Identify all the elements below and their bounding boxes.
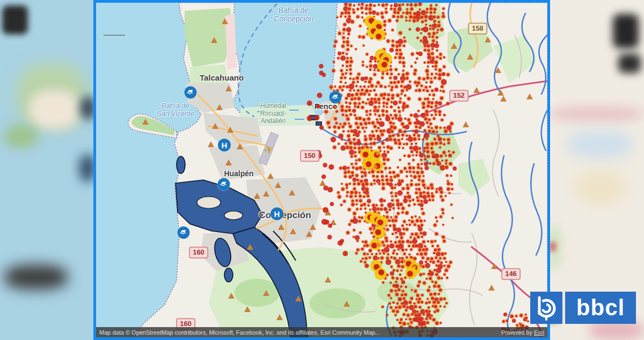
attribution-text: Map data © OpenStreetMap contributors, M… [99,329,380,336]
fire-heatmap-layer [96,3,547,337]
bbcl-b-icon [530,292,562,324]
map-canvas[interactable]: ✈ Penco Bahía de Concepción Bahía de San… [96,3,547,337]
map-frame: ✈ Penco Bahía de Concepción Bahía de San… [93,0,550,340]
bbcl-logo-text: bbcl [565,292,636,324]
blurred-right-background [549,0,644,340]
heat-dots [307,3,530,337]
hospital-icon[interactable]: H [218,139,231,151]
bbcl-logo-mark [530,292,562,324]
road-shield-146: 146 [501,268,521,280]
port-icon[interactable] [218,178,230,191]
port-icon[interactable] [330,91,342,104]
road-shield-150: 150 [300,150,319,162]
blurred-left-background [0,0,94,340]
stage: ✈ Penco Bahía de Concepción Bahía de San… [0,0,644,340]
road-shield-160: 160 [189,247,208,258]
port-icon[interactable] [185,86,197,99]
road-shield-152: 152 [449,90,469,102]
road-shield-158: 158 [468,23,487,34]
esri-link[interactable]: Esri [534,329,544,336]
port-icon[interactable] [178,227,190,239]
hospital-icon[interactable]: H [270,207,283,220]
powered-by: Powered by Esri [501,329,544,336]
attribution-bar: Map data © OpenStreetMap contributors, M… [96,327,547,337]
